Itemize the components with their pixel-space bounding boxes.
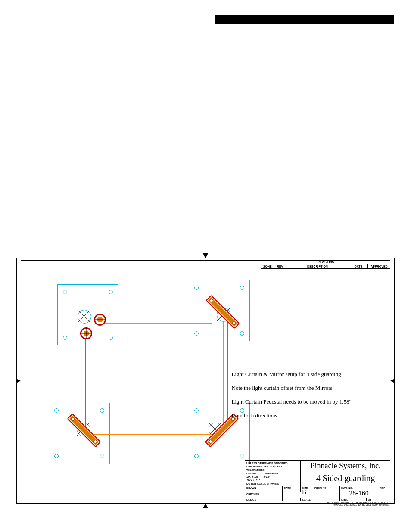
drawn-label: DRAWN xyxy=(246,487,281,489)
note-line-3: Light Curtain Pedestal needs to be moved… xyxy=(232,398,352,405)
page: REVISIONS ZONE REV DESCRIPTION DATE APPR… xyxy=(0,0,411,532)
design-label: DESIGN xyxy=(246,498,281,501)
company-name: Pinnacle Systems, Inc. xyxy=(301,461,391,473)
scale-label: SCALE xyxy=(302,498,338,501)
rev-label: REV xyxy=(380,487,389,489)
fscm-label: FSCM NO. xyxy=(314,487,338,489)
note-line-4: from both directions xyxy=(232,412,277,419)
vertical-text-divider xyxy=(202,60,202,215)
tolerance-spec: UNLESS OTHERWISE SPECIFIED: DIMENSIONS A… xyxy=(246,462,289,485)
of-label: OF xyxy=(368,498,389,501)
proprietary-note: THE DRAWING AND THE DATA IS SHOWN IS THE… xyxy=(326,502,389,506)
dwg-number: 28-160 xyxy=(349,489,368,497)
drawing-title: 4 Sided guarding xyxy=(301,473,391,486)
size-value: B xyxy=(302,488,306,495)
drawing-frame: REVISIONS ZONE REV DESCRIPTION DATE APPR… xyxy=(16,254,395,507)
light-curtain-emitter-2 xyxy=(80,327,92,339)
date-label: DATE xyxy=(284,487,299,489)
drawing-note: Light Curtain & Mirror setup for 4 side … xyxy=(223,364,352,426)
checked-label: CHECKED xyxy=(246,493,281,495)
note-line-1: Light Curtain & Mirror setup for 4 side … xyxy=(232,371,341,377)
sheet-label: SHEET xyxy=(341,498,365,501)
light-curtain-emitter-1 xyxy=(94,314,106,326)
note-line-2: Note the light curtain offset from the M… xyxy=(232,385,333,391)
title-block: UNLESS OTHERWISE SPECIFIED: DIMENSIONS A… xyxy=(245,460,390,501)
header-black-bar xyxy=(215,15,394,24)
